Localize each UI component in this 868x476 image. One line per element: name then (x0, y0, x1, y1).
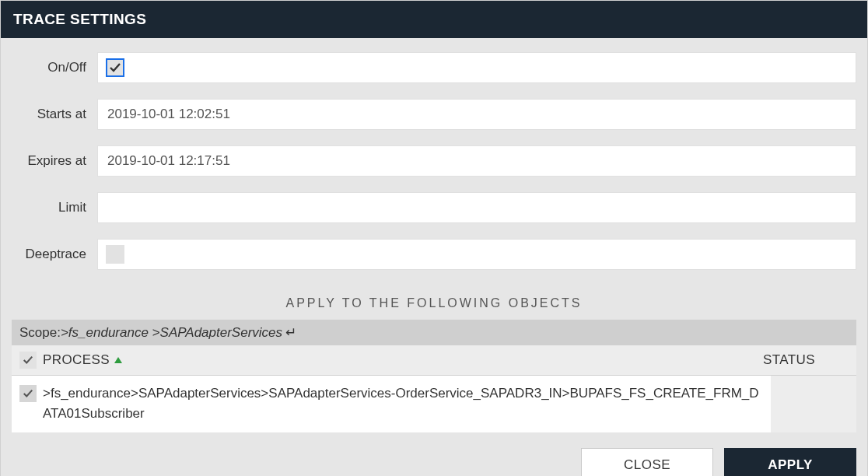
button-bar: CLOSE APPLY (1, 437, 867, 476)
hcell-select-all (19, 352, 43, 369)
row-onoff: On/Off (12, 52, 856, 83)
onoff-field-wrap (97, 52, 856, 83)
rcell-process: >fs_endurance>SAPAdapterServices>SAPAdap… (43, 383, 771, 425)
sort-asc-icon (114, 357, 122, 363)
rcell-status (771, 376, 856, 432)
check-icon (109, 61, 121, 74)
label-limit: Limit (12, 200, 97, 215)
onoff-checkbox[interactable] (106, 58, 124, 77)
column-header-process-label: PROCESS (43, 352, 110, 368)
label-deeptrace: Deeptrace (12, 247, 97, 262)
table-row: >fs_endurance>SAPAdapterServices>SAPAdap… (12, 376, 856, 432)
starts-at-field-wrap (97, 99, 856, 130)
form-area: On/Off Starts at Expires at Limit (1, 38, 867, 437)
column-header-process[interactable]: PROCESS (43, 352, 763, 368)
expires-at-input[interactable] (106, 146, 848, 176)
scope-label: Scope: (19, 325, 61, 341)
label-starts-at: Starts at (12, 107, 97, 122)
row-limit: Limit (12, 192, 856, 223)
close-button[interactable]: CLOSE (581, 448, 713, 476)
select-all-checkbox[interactable] (19, 352, 37, 369)
apply-button[interactable]: APPLY (724, 448, 856, 476)
apply-objects-title: APPLY TO THE FOLLOWING OBJECTS (12, 285, 856, 320)
deeptrace-checkbox[interactable] (106, 245, 124, 264)
label-expires-at: Expires at (12, 153, 97, 169)
scope-path: >fs_endurance >SAPAdapterServices (61, 325, 282, 341)
deeptrace-field-wrap (97, 239, 856, 270)
expires-at-field-wrap (97, 145, 856, 177)
row-deeptrace: Deeptrace (12, 239, 856, 270)
limit-field-wrap (97, 192, 856, 223)
column-header-status[interactable]: STATUS (763, 352, 849, 368)
row-expires-at: Expires at (12, 145, 856, 177)
trace-settings-dialog: TRACE SETTINGS On/Off Starts at Expires … (0, 0, 868, 476)
check-icon (23, 388, 33, 399)
return-icon: ↵ (285, 324, 296, 341)
rcell-check (19, 383, 43, 402)
row-starts-at: Starts at (12, 99, 856, 130)
limit-input[interactable] (106, 193, 848, 222)
label-onoff: On/Off (12, 60, 97, 75)
scope-bar: Scope: >fs_endurance >SAPAdapterServices… (12, 320, 856, 345)
objects-table-header: PROCESS STATUS (12, 345, 856, 376)
dialog-title: TRACE SETTINGS (1, 1, 867, 38)
row-checkbox[interactable] (19, 385, 37, 402)
starts-at-input[interactable] (106, 100, 848, 129)
check-icon (23, 355, 33, 366)
